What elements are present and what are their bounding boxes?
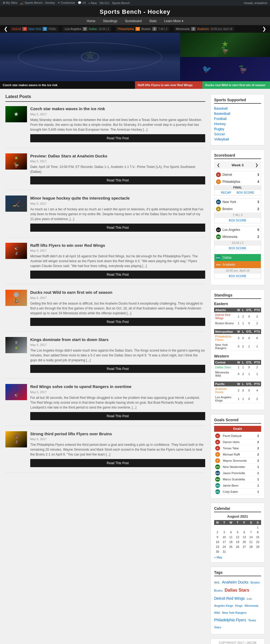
post-excerpt-4: Michael Raffl didn't do it all April 16 … xyxy=(30,254,205,268)
cal-day: 14 xyxy=(248,535,254,540)
tags-widget: Tags AHL Anaheim Ducks Boston Bruins Dal… xyxy=(211,567,265,634)
tag-kings[interactable]: Kings xyxy=(235,604,243,607)
losses: 1 xyxy=(241,321,245,326)
cal-day xyxy=(241,525,248,530)
main-wrapper: Latest Posts ★ Czech star makes waves in… xyxy=(3,94,267,644)
admin-ds-cli[interactable]: DS-CLI xyxy=(100,1,109,5)
read-more-btn-6[interactable]: Read This Post xyxy=(30,365,205,373)
goals-scorer: MN Marco Scandella 1 xyxy=(214,476,261,483)
read-more-btn-2[interactable]: Read This Post xyxy=(30,176,205,184)
otl: 0 xyxy=(245,334,253,342)
pacific-header-pts: PTS xyxy=(253,382,261,386)
read-more-btn-4[interactable]: Read This Post xyxy=(30,271,205,279)
post-title-4: Raffl lifts Flyers to win over Red Wings xyxy=(30,243,205,248)
scoreboard-widget: Scoreboard ❮ Week 3 ❯ D Detroit 3 P Phil… xyxy=(211,150,265,285)
hero-grid: ★ ★ 🦆 🐦 🦆 xyxy=(0,33,270,81)
calendar-week: 9 10 11 12 13 14 15 xyxy=(214,535,261,540)
nav-learn-more[interactable]: Learn More ▾ xyxy=(160,17,187,25)
read-more-btn-3[interactable]: Read This Post xyxy=(30,224,205,232)
tag-philly[interactable]: Philadelphia Flyers xyxy=(214,618,246,622)
sport-baseball: Baseball xyxy=(214,106,261,111)
tag-ahl[interactable]: AHL xyxy=(214,581,220,584)
cal-day xyxy=(248,549,254,554)
boxscore-link-1[interactable]: BOX SCORE xyxy=(237,191,254,194)
otl: 0 xyxy=(245,386,253,395)
admin-new[interactable]: + New xyxy=(88,1,97,5)
team-name: Anaheim Ducks xyxy=(214,386,236,395)
recap-link[interactable]: RECAP xyxy=(221,191,231,194)
central-header-otl: OTL xyxy=(245,360,253,365)
cal-day: 18 xyxy=(228,540,234,544)
anaheim-name: Anaheim xyxy=(222,263,259,267)
atlantic-header-otl: OTL xyxy=(245,308,253,312)
admin-site-name[interactable]: 🏒 Sports Bench - Hockey xyxy=(20,1,55,5)
central-header-team: Central xyxy=(214,360,236,365)
tag-ny[interactable]: New York Rangers xyxy=(222,611,247,614)
post-item: ⬤ 🦆 Ducks rout Wild to earn first win of… xyxy=(5,290,205,332)
boxscore-link-4[interactable]: BOX SCORE xyxy=(229,274,246,278)
score-team-row: DAL Dallas xyxy=(214,254,261,261)
tag-detroit[interactable]: Detroit Red Wings xyxy=(214,596,245,601)
ticker-right-arrow[interactable]: ❯ xyxy=(260,26,268,32)
calendar-nav: « May xyxy=(214,556,261,559)
pacific-header-otl: OTL xyxy=(245,382,253,386)
atlantic-header-team: Atlantic xyxy=(214,308,236,312)
wins: 1 xyxy=(236,365,241,370)
cal-day xyxy=(248,525,254,530)
admin-comment-icon[interactable]: 💬 14 xyxy=(78,1,86,5)
scorer-goals: 2 xyxy=(257,447,260,450)
tag-dallas[interactable]: Dallas Stars xyxy=(225,588,249,592)
losses: 2 xyxy=(241,342,245,351)
post-item: ★ Czech star makes waves in the ice rink… xyxy=(5,106,205,148)
admin-customize[interactable]: ✏ Customize xyxy=(58,1,75,5)
losses: 0 xyxy=(241,386,245,395)
pts: 2 xyxy=(253,321,261,326)
read-more-btn-5[interactable]: Read This Post xyxy=(30,318,205,326)
game-1-status: FINAL xyxy=(214,185,261,190)
nav-stats[interactable]: Stats xyxy=(146,17,160,25)
cal-header-s2: S xyxy=(254,520,261,525)
scoreboard-game-2: NY New York 3 B Boston 2 7:46 | 3 BOX SC… xyxy=(214,198,261,223)
scorer-name: Michael Raffl xyxy=(222,453,257,456)
boxscore-link-2[interactable]: BOX SCORE xyxy=(229,219,246,222)
calendar-prev[interactable]: « May xyxy=(214,556,222,559)
la-score: 0 xyxy=(254,228,259,232)
post-title-5: Ducks rout Wild to earn first win of sea… xyxy=(30,290,205,295)
post-content-2: Preview: Dallas Stars at Anaheim Ducks M… xyxy=(30,153,205,185)
post-title-8: Strong third period lifts Flyers over Br… xyxy=(30,431,205,437)
pts: 4 xyxy=(253,386,261,395)
la-name: Los Angeles xyxy=(222,228,254,232)
cal-day: 9 xyxy=(214,535,221,540)
metro-header-l: L xyxy=(241,329,245,334)
minnesota-name: Minnesota xyxy=(222,235,254,239)
detroit-name: Detroit xyxy=(222,173,254,177)
nav-standings[interactable]: Standings xyxy=(99,17,121,25)
scorer-goals: 2 xyxy=(257,459,260,462)
ticker-team-philly: Philadelphia xyxy=(118,27,134,31)
post-title-6: Kings dominate from start to down Stars xyxy=(30,337,205,342)
team-name: Boston Bruins xyxy=(214,321,236,326)
week-next-btn[interactable]: ❯ xyxy=(255,163,258,167)
nav-scoreboard[interactable]: Scoreboard xyxy=(121,17,146,25)
boston-score: 2 xyxy=(254,207,259,211)
nav-home[interactable]: Home xyxy=(83,17,99,25)
admin-sports-bench[interactable]: Sports Bench xyxy=(112,1,130,5)
score-team-row: MN Minnesota 2 xyxy=(214,233,261,240)
week-prev-btn[interactable]: ❮ xyxy=(217,163,220,167)
cal-day: 17 xyxy=(221,540,228,544)
losses: 0 xyxy=(241,334,245,342)
read-more-btn-1[interactable]: Read This Post xyxy=(30,134,205,142)
score-links: RECAP BOX SCORE xyxy=(214,190,261,195)
admin-my-sites[interactable]: ⊞ My Sites xyxy=(3,1,17,5)
tag-anaheim[interactable]: Anaheim Ducks xyxy=(222,580,248,584)
post-thumbnail-1: ★ xyxy=(5,106,27,122)
goals-scorer: DAL Jamie Benn 1 xyxy=(214,483,261,489)
scorer-logo: DAL xyxy=(215,483,220,488)
boxscore-link-3[interactable]: BOX SCORE xyxy=(229,247,246,250)
read-more-btn-7[interactable]: Read This Post xyxy=(30,412,205,420)
cal-header-f: F xyxy=(241,520,248,525)
cal-day xyxy=(228,549,234,554)
scorer-name: Darren Helm xyxy=(222,440,257,444)
ticker-left-arrow[interactable]: ❮ xyxy=(2,26,10,32)
read-more-btn-8[interactable]: Read This Post xyxy=(30,459,205,467)
